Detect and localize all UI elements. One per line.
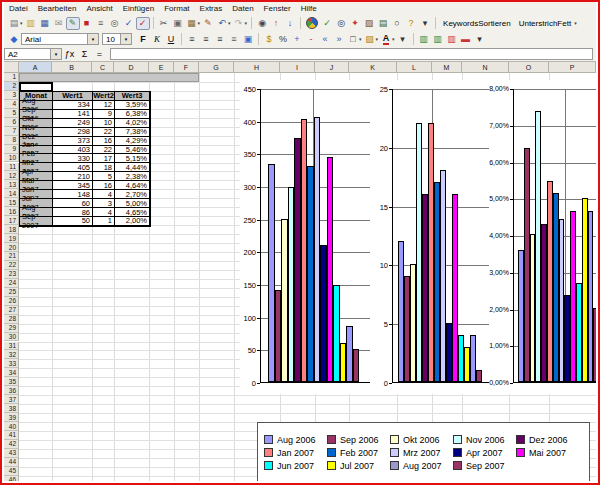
chevron-down-icon[interactable]: ▾	[198, 20, 201, 26]
export-pdf-icon[interactable]: ■	[80, 17, 94, 30]
row-header-28[interactable]: 28	[4, 315, 19, 324]
row-header-26[interactable]: 26	[4, 297, 19, 306]
underline-button[interactable]: U	[164, 33, 178, 46]
new-document-icon[interactable]: ▤	[7, 17, 21, 30]
row-header-14[interactable]: 14	[4, 189, 19, 198]
copy-icon[interactable]: ▣	[171, 17, 185, 30]
spellcheck-icon[interactable]: ✓	[122, 17, 136, 30]
row-header-6[interactable]: 6	[4, 118, 19, 127]
table-cell-value[interactable]: 2,00%	[115, 217, 150, 226]
row-header-35[interactable]: 35	[4, 377, 19, 386]
hyperlink-icon[interactable]: ◉	[255, 17, 269, 30]
row-header-31[interactable]: 31	[4, 342, 19, 351]
align-justified-icon[interactable]: ≡	[227, 33, 241, 46]
row-header-19[interactable]: 19	[4, 234, 19, 243]
row-header-27[interactable]: 27	[4, 306, 19, 315]
column-header-b[interactable]: B	[52, 62, 92, 73]
autospellcheck-icon[interactable]: ✓	[136, 17, 150, 30]
row-header-11[interactable]: 11	[4, 163, 19, 172]
datasources-icon[interactable]: ▤	[376, 17, 390, 30]
save-icon[interactable]: ▦	[38, 17, 52, 30]
delete-decimal-icon[interactable]: -	[304, 33, 318, 46]
row-header-22[interactable]: 22	[4, 261, 19, 270]
chevron-down-icon[interactable]: ▾	[392, 36, 395, 42]
cut-icon[interactable]: ✂	[157, 17, 171, 30]
data-table[interactable]: MonatWert1Wert2Wert3Aug 2006334123,59%Se…	[19, 91, 151, 227]
row-header-29[interactable]: 29	[4, 324, 19, 333]
row-header-10[interactable]: 10	[4, 154, 19, 163]
chevron-down-icon[interactable]: ▾	[228, 20, 231, 26]
help-icon[interactable]: ?	[404, 17, 418, 30]
row-header-41[interactable]: 41	[4, 431, 19, 440]
paste-icon[interactable]: ▦	[185, 17, 199, 30]
row-header-4[interactable]: 4	[4, 100, 19, 109]
column-header-d[interactable]: D	[114, 62, 149, 73]
column-header-m[interactable]: M	[432, 62, 462, 73]
equals-button[interactable]: =	[92, 49, 107, 59]
toolbar-overflow-icon[interactable]: ▾	[574, 20, 577, 26]
column-header-k[interactable]: K	[349, 62, 397, 73]
column-header-p[interactable]: P	[549, 62, 596, 73]
undo-icon[interactable]: ↶	[215, 17, 229, 30]
formula-input[interactable]	[110, 48, 593, 60]
row-header-40[interactable]: 40	[4, 422, 19, 431]
column-header-o[interactable]: O	[509, 62, 549, 73]
sum-button[interactable]: Σ	[77, 49, 92, 59]
delete-row-icon[interactable]: ▥	[445, 33, 459, 46]
gallery-icon[interactable]: ▨	[362, 17, 376, 30]
column-header-e[interactable]: E	[149, 62, 174, 73]
chevron-down-icon[interactable]: ▾	[20, 20, 23, 26]
row-header-16[interactable]: 16	[4, 207, 19, 216]
row-header-12[interactable]: 12	[4, 171, 19, 180]
row-header-25[interactable]: 25	[4, 288, 19, 297]
row-header-38[interactable]: 38	[4, 404, 19, 413]
borders-icon[interactable]: □	[346, 33, 360, 46]
table-cell-value[interactable]: 1	[93, 217, 115, 226]
row-header-46[interactable]: 46	[4, 476, 19, 481]
font-color-icon[interactable]: A	[379, 33, 393, 46]
row-header-9[interactable]: 9	[4, 145, 19, 154]
toolbar-overflow-icon[interactable]: ▾	[418, 17, 432, 30]
column-header-f[interactable]: F	[174, 62, 199, 73]
row-header-36[interactable]: 36	[4, 386, 19, 395]
select-all-corner[interactable]	[4, 62, 19, 73]
zoom-icon[interactable]: ○	[390, 17, 404, 30]
align-right-icon[interactable]: ≡	[213, 33, 227, 46]
insert-column-icon[interactable]: ▥	[431, 33, 445, 46]
chevron-down-icon[interactable]: ▾	[87, 34, 98, 44]
row-header-30[interactable]: 30	[4, 333, 19, 342]
row-header-44[interactable]: 44	[4, 458, 19, 467]
menu-item-ansicht[interactable]: Ansicht	[81, 3, 117, 14]
background-color-icon[interactable]: ▨	[363, 33, 377, 46]
sort-ascending-icon[interactable]: ↑	[269, 17, 283, 30]
chart-legend[interactable]: Aug 2006Sep 2006Okt 2006Nov 2006Dez 2006…	[257, 422, 590, 481]
chevron-down-icon[interactable]: ▾	[376, 36, 379, 42]
column-header-i[interactable]: I	[280, 62, 315, 73]
row-header-33[interactable]: 33	[4, 359, 19, 368]
custom-button-keywordssortieren[interactable]: KeywordsSortieren	[439, 18, 515, 29]
align-center-icon[interactable]: ≡	[199, 33, 213, 46]
chevron-down-icon[interactable]: ▾	[120, 34, 131, 44]
insert-row-icon[interactable]: ▥	[417, 33, 431, 46]
check-icon[interactable]: ✓	[320, 17, 334, 30]
table-cell-value[interactable]: 50	[53, 217, 93, 226]
column-header-n[interactable]: N	[462, 62, 509, 73]
row-header-7[interactable]: 7	[4, 127, 19, 136]
insert-chart-icon[interactable]	[306, 17, 318, 29]
decrease-indent-icon[interactable]: «	[318, 33, 332, 46]
row-header-39[interactable]: 39	[4, 413, 19, 422]
row-header-45[interactable]: 45	[4, 467, 19, 476]
row-header-17[interactable]: 17	[4, 216, 19, 225]
edit-file-icon[interactable]: ✎	[66, 17, 80, 30]
add-decimal-icon[interactable]: +	[290, 33, 304, 46]
row-header-37[interactable]: 37	[4, 395, 19, 404]
row-header-34[interactable]: 34	[4, 368, 19, 377]
format-paintbrush-icon[interactable]: ✎	[201, 17, 215, 30]
custom-button-unterstrichfett[interactable]: UnterstrichFett	[515, 18, 575, 29]
delete-column-icon[interactable]: ▬	[459, 33, 473, 46]
menu-item-fenster[interactable]: Fenster	[259, 3, 296, 14]
row-header-15[interactable]: 15	[4, 198, 19, 207]
redo-icon[interactable]: ↷	[232, 17, 246, 30]
column-header-j[interactable]: J	[315, 62, 349, 73]
open-icon[interactable]: ▥	[24, 17, 38, 30]
